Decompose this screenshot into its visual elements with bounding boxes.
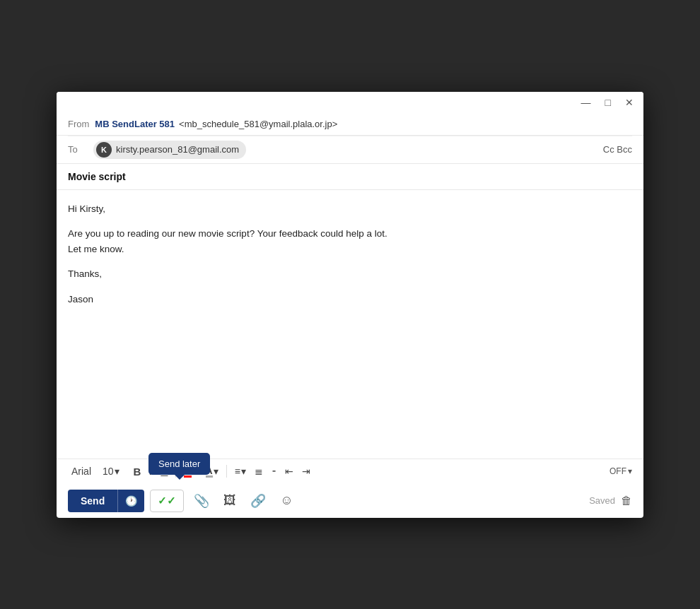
send-later-tooltip: Send later (148, 453, 210, 475)
emoji-button[interactable]: ☺ (276, 490, 297, 511)
send-later-button[interactable]: 🕐 (117, 490, 144, 512)
saved-label: Saved (589, 495, 615, 506)
sender-name: MB SendLater 581 (95, 119, 175, 129)
sign-off: Thanks, (68, 266, 632, 282)
send-button-group: Send 🕐 (68, 490, 144, 512)
recipient-email: kirsty.pearson_81@gmail.com (116, 144, 239, 155)
sender-email: <mb_schedule_581@ymail.plala.or.jp> (179, 119, 337, 129)
cc-bcc-button[interactable]: Cc Bcc (603, 144, 632, 155)
send-label: Send (81, 495, 105, 507)
image-button[interactable]: 🖼 (219, 490, 240, 511)
ordered-list-button[interactable]: ≣ (251, 464, 267, 478)
indent-decrease-icon: ⇤ (285, 466, 293, 476)
titlebar-controls: — □ ✕ (578, 96, 636, 109)
sender-name-body: Jason (68, 292, 632, 307)
link-button[interactable]: 🔗 (246, 490, 270, 512)
recipient-chip[interactable]: K kirsty.pearson_81@gmail.com (93, 141, 246, 159)
delete-icon: 🗑 (621, 495, 632, 507)
send-button[interactable]: Send (68, 490, 117, 512)
off-chevron-icon: ▾ (628, 466, 632, 476)
indent-decrease-button[interactable]: ⇤ (281, 464, 297, 478)
from-row: From MB SendLater 581 <mb_schedule_581@y… (68, 113, 632, 135)
action-bar: Send later Send 🕐 ✓✓ 📎 🖼 🔗 ☺ Saved 🗑 (57, 484, 643, 518)
to-section: To K kirsty.pearson_81@gmail.com Cc Bcc (57, 136, 643, 164)
align-chevron-icon: ▾ (241, 466, 246, 476)
font-family-select[interactable]: Arial (68, 464, 95, 478)
subject-row: Movie script (57, 164, 643, 190)
align-button[interactable]: ≡ ▾ (231, 464, 250, 478)
font-size-select[interactable]: 10 ▾ (99, 464, 123, 478)
close-button[interactable]: ✕ (622, 96, 636, 109)
font-size-chevron-icon: ▾ (115, 466, 119, 476)
to-row: To K kirsty.pearson_81@gmail.com Cc Bcc (68, 136, 632, 163)
attach-button[interactable]: 📎 (189, 490, 214, 512)
clock-icon: 🕐 (125, 495, 137, 507)
to-label: To (68, 144, 88, 155)
compose-window: — □ ✕ From MB SendLater 581 <mb_schedule… (57, 92, 643, 518)
check-button[interactable]: ✓✓ (150, 490, 184, 512)
unordered-list-button[interactable]: ⁃ (268, 464, 280, 478)
minimize-button[interactable]: — (578, 96, 594, 109)
avatar: K (96, 142, 112, 158)
from-label: From (68, 119, 89, 129)
email-body[interactable]: Hi Kirsty, Are you up to reading our new… (57, 190, 643, 459)
emoji-icon: ☺ (280, 493, 293, 507)
align-icon: ≡ (235, 466, 240, 476)
greeting: Hi Kirsty, (68, 201, 632, 217)
attach-icon: 📎 (194, 494, 209, 508)
bold-button[interactable]: B (130, 464, 145, 479)
indent-increase-icon: ⇥ (302, 466, 310, 476)
check-icon: ✓✓ (158, 495, 176, 507)
indent-increase-button[interactable]: ⇥ (298, 464, 314, 478)
unordered-list-icon: ⁃ (272, 466, 276, 476)
body-paragraph1: Are you up to reading our new movie scri… (68, 226, 632, 256)
formatting-toolbar: Arial 10 ▾ B I U A ▾ A ▾ ≡ ▾ ≣ (57, 459, 643, 484)
image-icon: 🖼 (223, 493, 236, 507)
link-icon: 🔗 (250, 494, 266, 508)
maximize-button[interactable]: □ (602, 96, 614, 109)
titlebar: — □ ✕ (57, 92, 643, 113)
from-section: From MB SendLater 581 <mb_schedule_581@y… (57, 113, 643, 136)
ordered-list-icon: ≣ (255, 466, 263, 476)
off-toggle[interactable]: OFF ▾ (609, 466, 632, 476)
bold-icon: B (134, 466, 141, 477)
subject-text: Movie script (68, 171, 126, 182)
delete-button[interactable]: 🗑 (621, 495, 632, 507)
separator2 (226, 465, 227, 478)
highlight-chevron-icon: ▾ (214, 466, 218, 476)
